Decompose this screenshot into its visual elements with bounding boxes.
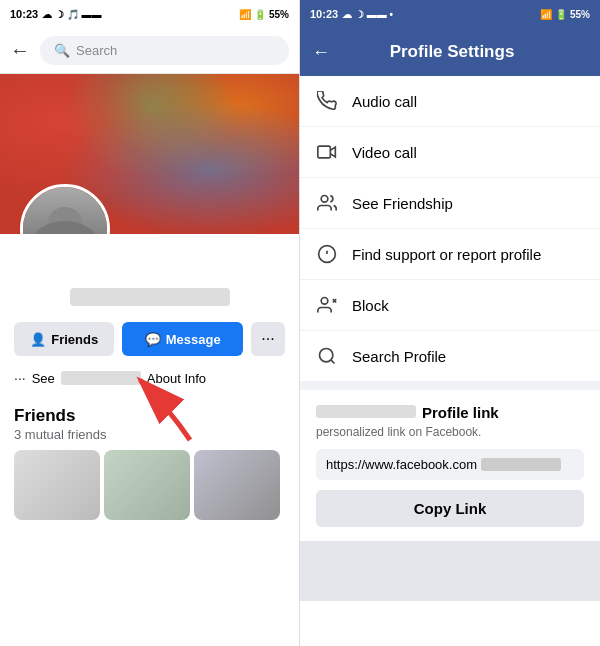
cover-photo [0, 74, 299, 234]
left-signal-icon: 📶 [239, 9, 251, 20]
profile-name-blur-2 [61, 371, 141, 385]
search-placeholder: Search [76, 43, 117, 58]
see-friendship-label: See Friendship [352, 195, 453, 212]
block-icon [316, 294, 338, 316]
copy-link-button[interactable]: Copy Link [316, 490, 584, 527]
see-about-row: ··· See About Info [0, 366, 299, 396]
left-wifi-icon: 🔋 [254, 9, 266, 20]
friend-thumb-1[interactable] [14, 450, 100, 520]
menu-item-search-profile[interactable]: Search Profile [300, 331, 600, 382]
right-status-icons: ☁ ☽ ▬▬ • [342, 9, 393, 20]
avatar-silhouette [23, 187, 107, 234]
profile-avatar [20, 184, 110, 234]
profile-link-section: Profile link personalized link on Facebo… [300, 382, 600, 541]
audio-call-icon [316, 90, 338, 112]
search-icon: 🔍 [54, 43, 70, 58]
search-input-box[interactable]: 🔍 Search [40, 36, 289, 65]
more-icon: ··· [261, 330, 274, 348]
friends-grid [14, 450, 285, 520]
audio-call-label: Audio call [352, 93, 417, 110]
friends-button[interactable]: 👤 Friends [14, 322, 114, 356]
friend-thumb-3[interactable] [194, 450, 280, 520]
menu-item-find-support[interactable]: Find support or report profile [300, 229, 600, 280]
find-support-icon [316, 243, 338, 265]
right-signal-icon: 📶 [540, 9, 552, 20]
action-buttons: 👤 Friends 💬 Message ··· [0, 316, 299, 366]
menu-item-block[interactable]: Block [300, 280, 600, 331]
right-time: 10:23 [310, 8, 338, 20]
profile-link-title: Profile link [422, 404, 499, 421]
friends-title: Friends [14, 406, 285, 426]
svg-line-10 [331, 360, 335, 364]
menu-item-audio-call[interactable]: Audio call [300, 76, 600, 127]
profile-link-description: personalized link on Facebook. [316, 425, 584, 439]
right-battery-icon: 🔋 [555, 9, 567, 20]
friends-subtitle: 3 mutual friends [14, 427, 285, 442]
menu-item-video-call[interactable]: Video call [300, 127, 600, 178]
friends-section: Friends 3 mutual friends [0, 396, 299, 526]
left-battery: 55% [269, 9, 289, 20]
svg-point-9 [320, 349, 333, 362]
right-status-bar: 10:23 ☁ ☽ ▬▬ • 📶 🔋 55% [300, 0, 600, 28]
profile-settings-header: ← Profile Settings [300, 28, 600, 76]
svg-point-6 [321, 298, 328, 305]
message-icon: 💬 [145, 332, 161, 347]
menu-item-see-friendship[interactable]: See Friendship [300, 178, 600, 229]
profile-link-name-blur [316, 405, 416, 418]
find-support-label: Find support or report profile [352, 246, 541, 263]
left-panel: 10:23 ☁ ☽ 🎵 ▬▬ 📶 🔋 55% ← 🔍 Search 👤 [0, 0, 300, 646]
message-label: Message [166, 332, 221, 347]
right-back-button[interactable]: ← [312, 42, 330, 63]
right-panel: 10:23 ☁ ☽ ▬▬ • 📶 🔋 55% ← Profile Setting… [300, 0, 600, 646]
friend-thumb-2[interactable] [104, 450, 190, 520]
left-back-button[interactable]: ← [10, 39, 30, 62]
more-button[interactable]: ··· [251, 322, 285, 356]
svg-rect-1 [318, 146, 331, 158]
profile-link-url-blur [481, 458, 561, 471]
video-call-icon [316, 141, 338, 163]
profile-name-blurred [70, 288, 230, 306]
search-profile-icon [316, 345, 338, 367]
video-call-label: Video call [352, 144, 417, 161]
svg-point-2 [321, 196, 328, 203]
friends-label: Friends [51, 332, 98, 347]
message-button[interactable]: 💬 Message [122, 322, 243, 356]
search-profile-label: Search Profile [352, 348, 446, 365]
profile-name-bar [0, 284, 299, 316]
see-dots-icon: ··· [14, 370, 26, 386]
profile-avatar-wrap [20, 184, 110, 234]
left-icons: ☁ ☽ 🎵 ▬▬ [42, 9, 101, 20]
right-header-title: Profile Settings [340, 42, 588, 62]
about-info-label: About Info [147, 371, 206, 386]
friends-icon: 👤 [30, 332, 46, 347]
left-time: 10:23 [10, 8, 38, 20]
left-search-bar: ← 🔍 Search [0, 28, 299, 74]
block-label: Block [352, 297, 389, 314]
profile-link-url-prefix: https://www.facebook.com [326, 457, 477, 472]
right-battery: 55% [570, 9, 590, 20]
menu-list: Audio call Video call See Friendship [300, 76, 600, 382]
profile-link-url-row: https://www.facebook.com [316, 449, 584, 480]
bottom-gray-area [300, 541, 600, 601]
see-friendship-icon [316, 192, 338, 214]
profile-link-title-row: Profile link [316, 404, 584, 421]
left-status-bar: 10:23 ☁ ☽ 🎵 ▬▬ 📶 🔋 55% [0, 0, 299, 28]
see-label: See [32, 371, 55, 386]
